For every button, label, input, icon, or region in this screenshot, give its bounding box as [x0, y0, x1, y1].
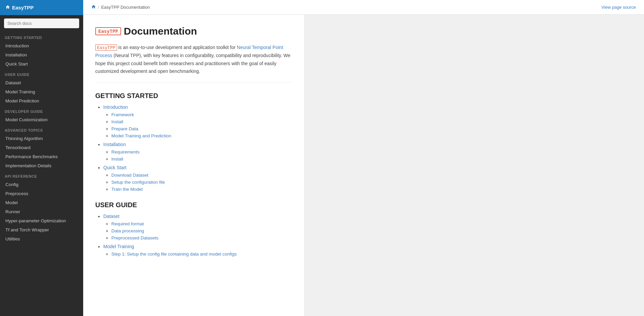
home-icon — [5, 5, 10, 10]
breadcrumb-page-title: EasyTPP Documentation — [101, 5, 150, 10]
sidebar-item-dataset[interactable]: Dataset — [0, 78, 83, 87]
list-item: Framework — [111, 112, 292, 117]
list-item: Install — [111, 119, 292, 124]
sidebar-item-model-customization[interactable]: Model Customization — [0, 115, 83, 124]
sidebar: EasyTPP GETTING STARTED Introduction Ins… — [0, 0, 83, 316]
list-item: Model Training and Prediction — [111, 133, 292, 138]
toc-sublist-installation: Requirements Install — [103, 149, 292, 162]
sidebar-section-api-reference: API REFERENCE — [0, 170, 83, 180]
sidebar-item-model-training[interactable]: Model Training — [0, 87, 83, 96]
toc-sublist-dataset: Required format Data processing Preproce… — [103, 221, 292, 240]
sidebar-item-model-prediction[interactable]: Model Prediction — [0, 96, 83, 105]
sidebar-header: EasyTPP — [0, 0, 83, 15]
list-item: Introduction Framework Install Prepare D… — [103, 104, 292, 138]
toc-link-installation[interactable]: Installation — [103, 142, 126, 147]
sidebar-item-thinning-algorithm[interactable]: Thinning Algorithm — [0, 134, 83, 143]
sidebar-item-performance-benchmarks[interactable]: Performance Benchmarks — [0, 152, 83, 161]
doc-intro: EasyTPP is an easy-to-use development an… — [95, 44, 292, 83]
list-item: Model Training Step 1: Setup the config … — [103, 244, 292, 257]
sidebar-nav: GETTING STARTED Introduction Installatio… — [0, 32, 83, 243]
list-item: Preprocessed Datasets — [111, 235, 292, 240]
toc-link-model-training[interactable]: Model Training — [103, 244, 134, 249]
sidebar-item-utilities[interactable]: Utilities — [0, 234, 83, 243]
list-item: Dataset Required format Data processing … — [103, 214, 292, 240]
list-item: Requirements — [111, 149, 292, 154]
toc-link-introduction[interactable]: Introduction — [103, 104, 128, 110]
search-container — [0, 15, 83, 32]
intro-text2: (Neural TPP), with key features in confi… — [95, 53, 290, 74]
breadcrumb: / EasyTPP Documentation — [91, 4, 150, 10]
sidebar-item-model[interactable]: Model — [0, 198, 83, 207]
toc-link-framework[interactable]: Framework — [111, 112, 134, 117]
list-item: Step 1: Setup the config file containing… — [111, 251, 292, 257]
list-item: Required format — [111, 221, 292, 226]
sidebar-section-user-guide: USER GUIDE — [0, 69, 83, 78]
toc-link-quick-start[interactable]: Quick Start — [103, 165, 126, 170]
list-item: Quick Start Download Dataset Setup the c… — [103, 165, 292, 192]
toc-link-data-processing[interactable]: Data processing — [111, 228, 144, 233]
sidebar-item-installation[interactable]: Installation — [0, 50, 83, 59]
brand-badge: EasyTPP — [95, 27, 121, 35]
view-source-link[interactable]: View page source — [601, 5, 636, 10]
sidebar-item-tf-and-torch-wrapper[interactable]: Tf and Torch Wrapper — [0, 225, 83, 234]
toc-link-step1-setup-config[interactable]: Step 1: Setup the config file containing… — [111, 252, 237, 257]
content-area: EasyTPP Documentation EasyTPP is an easy… — [83, 15, 644, 316]
list-item: Installation Requirements Install — [103, 142, 292, 162]
toc-user-guide: Dataset Required format Data processing … — [95, 214, 292, 257]
list-item: Install — [111, 156, 292, 162]
toc-sublist-model-training: Step 1: Setup the config file containing… — [103, 251, 292, 257]
breadcrumb-home-icon — [91, 4, 96, 10]
doc-content: EasyTPP Documentation EasyTPP is an easy… — [83, 15, 305, 316]
toc-link-install2[interactable]: Install — [111, 156, 123, 162]
toc-link-install[interactable]: Install — [111, 119, 123, 124]
toc-link-required-format[interactable]: Required format — [111, 221, 144, 226]
toc-link-preprocessed-datasets[interactable]: Preprocessed Datasets — [111, 235, 158, 240]
main: / EasyTPP Documentation View page source… — [83, 0, 644, 316]
intro-brand: EasyTPP — [95, 44, 117, 51]
page-title: EasyTPP Documentation — [95, 26, 292, 37]
list-item: Download Dataset — [111, 172, 292, 178]
list-item: Setup the configuration file — [111, 179, 292, 185]
section-heading-getting-started: GETTING STARTED — [95, 92, 292, 100]
sidebar-item-quick-start[interactable]: Quick Start — [0, 59, 83, 69]
sidebar-item-preprocess[interactable]: Preprocess — [0, 189, 83, 198]
sidebar-section-developer-guide: DEVELOPER GUIDE — [0, 105, 83, 115]
section-heading-user-guide: USER GUIDE — [95, 201, 292, 209]
toc-link-dataset[interactable]: Dataset — [103, 214, 119, 219]
sidebar-item-hyper-parameter-optimization[interactable]: Hyper-parameter Optimization — [0, 216, 83, 225]
sidebar-section-advanced-topics: ADVANCED TOPICS — [0, 124, 83, 134]
list-item: Train the Model — [111, 186, 292, 192]
toc-sublist-quick-start: Download Dataset Setup the configuration… — [103, 172, 292, 192]
sidebar-logo-text: EasyTPP — [12, 5, 34, 10]
right-panel — [305, 15, 644, 316]
search-input[interactable] — [4, 18, 79, 28]
list-item: Prepare Data — [111, 126, 292, 131]
page-title-text: Documentation — [124, 26, 197, 37]
toc-link-model-training-prediction[interactable]: Model Training and Prediction — [111, 133, 171, 138]
sidebar-item-config[interactable]: Config — [0, 180, 83, 189]
sidebar-item-implementation-details[interactable]: Implementation Details — [0, 161, 83, 170]
sidebar-item-tensorboard[interactable]: Tensorboard — [0, 143, 83, 152]
list-item: Data processing — [111, 228, 292, 233]
toc-link-setup-config[interactable]: Setup the configuration file — [111, 180, 165, 185]
toc-getting-started: Introduction Framework Install Prepare D… — [95, 104, 292, 192]
toc-sublist-introduction: Framework Install Prepare Data Model Tra… — [103, 112, 292, 138]
sidebar-item-runner[interactable]: Runner — [0, 207, 83, 216]
breadcrumb-separator: / — [98, 5, 99, 10]
toc-link-download-dataset[interactable]: Download Dataset — [111, 173, 148, 178]
topbar: / EasyTPP Documentation View page source — [83, 0, 644, 15]
toc-link-prepare-data[interactable]: Prepare Data — [111, 126, 138, 131]
toc-link-requirements[interactable]: Requirements — [111, 149, 140, 154]
toc-link-train-model[interactable]: Train the Model — [111, 187, 143, 192]
sidebar-item-introduction[interactable]: Introduction — [0, 41, 83, 50]
sidebar-section-getting-started: GETTING STARTED — [0, 32, 83, 41]
intro-text1: is an easy-to-use development and applic… — [117, 45, 237, 50]
